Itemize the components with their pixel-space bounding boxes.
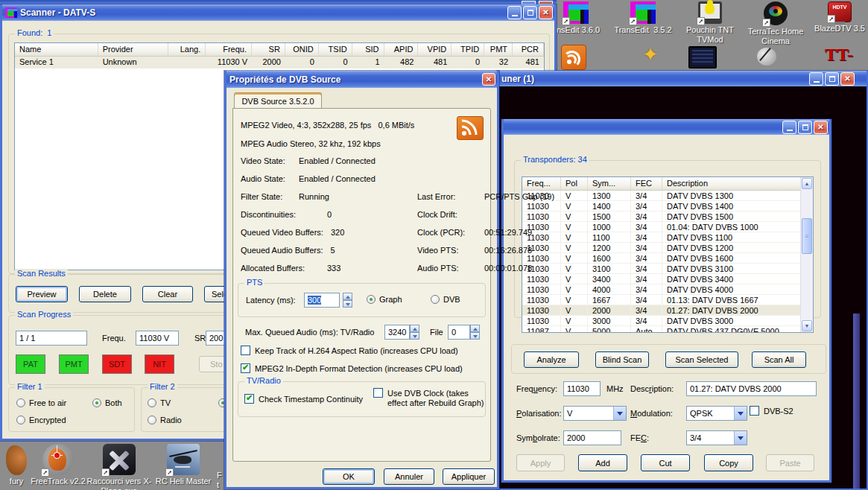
delete-button[interactable]: Delete	[79, 286, 131, 302]
frequency-field[interactable]: 11030	[563, 381, 601, 396]
desktop-icon-pouchin[interactable]: ➚ Pouchin TNT TVMod	[684, 1, 736, 45]
h264-checkbox[interactable]: Keep Track of H.264 Aspect Ratio (increa…	[241, 346, 458, 355]
description-field[interactable]: 01.27: DATV DVBS 2000	[686, 381, 817, 396]
latency-field[interactable]: 300	[304, 293, 340, 308]
desktop-icon-dvbsource[interactable]	[561, 45, 586, 70]
close-button[interactable]: ✕	[539, 6, 553, 19]
column-header[interactable]: SR	[252, 43, 285, 56]
tuner-titlebar[interactable]: uner (1) ✕	[498, 71, 867, 86]
mpeg2-checkbox[interactable]: MPEG2 In-Depth Format Detection (increas…	[241, 363, 463, 373]
dropdown-button[interactable]	[734, 407, 747, 420]
max-audio-field[interactable]: 3240	[384, 325, 410, 340]
dropdown-button[interactable]	[613, 407, 626, 420]
column-header[interactable]: Frequ.	[206, 43, 252, 56]
table-row[interactable]: 11030V11003/4DATV DVBS 1100	[522, 232, 800, 243]
radio-dvb[interactable]: DVB	[431, 295, 460, 304]
table-row[interactable]: 11030V10003/401.04: DATV DVBS 1000	[522, 222, 800, 232]
column-header[interactable]: SID	[352, 43, 384, 56]
table-row[interactable]: 11030V30003/4DATV DVBS 3000	[522, 316, 800, 326]
polarisation-select[interactable]: V	[563, 406, 627, 421]
close-button[interactable]: ✕	[482, 73, 495, 86]
maximize-button[interactable]	[523, 6, 537, 19]
table-row[interactable]: 11030V15003/4DATV DVBS 1500	[522, 211, 800, 222]
spinner-down-button[interactable]	[470, 332, 480, 340]
column-header[interactable]: TSID	[319, 43, 352, 56]
spinner-up-button[interactable]	[343, 293, 352, 300]
apply-button[interactable]: Appliquer	[443, 468, 495, 485]
column-header[interactable]: Name	[15, 43, 98, 56]
minimize-button[interactable]	[809, 72, 823, 86]
latency-spinner[interactable]	[343, 293, 352, 308]
file-spinner[interactable]	[470, 325, 480, 340]
desktop-icon-terminal[interactable]	[688, 46, 717, 69]
modulation-select[interactable]: QPSK	[686, 406, 747, 421]
dvbclock-checkbox[interactable]: Use DVB Clock (takes effect after Rebuil…	[373, 388, 487, 408]
radio-both[interactable]: Both	[92, 398, 122, 407]
desktop-icon-satellite[interactable]	[754, 45, 781, 70]
maximize-button[interactable]	[825, 72, 839, 86]
column-header[interactable]: Lang.	[168, 43, 206, 56]
symbolrate-field[interactable]: 2000	[563, 430, 621, 445]
clear-button[interactable]: Clear	[142, 286, 193, 302]
spinner-down-button[interactable]	[343, 300, 352, 308]
preview-button[interactable]: Preview	[16, 286, 68, 302]
table-row[interactable]: 11030V12003/4DATV DVBS 1200	[522, 243, 800, 253]
desktop-icon-blazedtv[interactable]: HDTV ➚ BlazeDTV 3.5	[808, 1, 868, 34]
table-row[interactable]: 11030V31003/4DATV DVBS 3100	[522, 264, 800, 274]
table-row[interactable]: 11030V34003/4DATV DVBS 3400	[522, 274, 800, 284]
analyze-button[interactable]: Analyze	[524, 351, 579, 368]
transedit-titlebar[interactable]: ✕	[504, 119, 829, 135]
copy-button[interactable]: Copy	[704, 454, 753, 471]
progress-field[interactable]: 1 / 1	[16, 331, 87, 346]
column-header[interactable]: PCR	[513, 43, 544, 56]
add-button[interactable]: Add	[578, 454, 627, 471]
column-header[interactable]: PMT	[484, 43, 513, 56]
close-button[interactable]: ✕	[840, 72, 855, 86]
scroll-down-button[interactable]: ▼	[802, 320, 812, 331]
timestamp-checkbox[interactable]: Check Timestamp Continuity	[244, 394, 363, 404]
scroll-up-button[interactable]: ▲	[802, 178, 812, 189]
column-header[interactable]: ONID	[285, 43, 319, 56]
column-header[interactable]: VPID	[418, 43, 452, 56]
spinner-up-button[interactable]	[470, 325, 480, 332]
table-row[interactable]: 11030V16673/401.13: DATV DVBS 1667	[522, 295, 800, 305]
table-row[interactable]: 11087V5000AutoDATV DVBS 437 DG0VE 5000	[522, 326, 800, 333]
close-button[interactable]: ✕	[814, 121, 828, 134]
dropdown-button[interactable]	[734, 431, 747, 445]
column-header[interactable]: Pol	[561, 177, 588, 190]
desktop-icon-transedit-352[interactable]: ➚ TransEdit 3.5.2	[611, 1, 675, 35]
spinner-up-button[interactable]	[410, 325, 419, 332]
column-header[interactable]: Provider	[98, 43, 169, 56]
radio-tv[interactable]: TV	[148, 398, 171, 407]
column-header[interactable]: Description	[662, 177, 800, 190]
table-row[interactable]: Service 1Unknown11030 V20000014824810324…	[15, 57, 544, 69]
fec-select[interactable]: 3/4	[686, 430, 747, 445]
scrollbar-thumb[interactable]: ≡	[802, 218, 812, 254]
radio-free-to-air[interactable]: Free to air	[16, 398, 66, 407]
column-header[interactable]: TPID	[452, 43, 484, 56]
tab-dvb-source[interactable]: DVB Source 3.5.2.0	[234, 92, 322, 109]
blind-scan-button[interactable]: Blind Scan	[595, 351, 649, 368]
scan-selected-button[interactable]: Scan Selected	[665, 351, 738, 368]
cut-button[interactable]: Cut	[641, 454, 690, 471]
scan-all-button[interactable]: Scan All	[752, 351, 806, 368]
frequ-field[interactable]: 11030 V	[136, 331, 179, 346]
desktop-icon-xplane[interactable]: ➚ Raccourci vers X-Plane.exe	[82, 444, 156, 490]
table-row[interactable]: 11030V40003/4DATV DVBS 4000	[522, 284, 800, 295]
desktop-icon-tt[interactable]: TT-	[822, 43, 856, 69]
radio-graph[interactable]: Graph	[367, 295, 402, 304]
cancel-button[interactable]: Annuler	[384, 468, 434, 485]
table-row[interactable]: 11030V16003/4DATV DVBS 1600	[522, 253, 800, 264]
max-audio-spinner[interactable]	[410, 325, 419, 340]
radio-encrypted[interactable]: Encrypted	[16, 416, 66, 424]
scanner-titlebar[interactable]: Scanner - DATV-S ✕	[2, 4, 554, 21]
radio-radio[interactable]: Radio	[148, 416, 182, 424]
paste-button[interactable]: Paste	[766, 454, 814, 471]
column-header[interactable]: FEC	[631, 177, 662, 190]
desktop-icon-terratec[interactable]: ➚ TerraTec Home Cinema	[744, 1, 808, 46]
column-header[interactable]: APID	[384, 43, 419, 56]
table-row[interactable]: 11030V13003/4DATV DVBS 1300	[522, 191, 800, 201]
file-field[interactable]: 0	[448, 325, 470, 340]
desktop-icon-wand[interactable]: ✦	[639, 43, 662, 69]
minimize-button[interactable]	[507, 6, 522, 19]
